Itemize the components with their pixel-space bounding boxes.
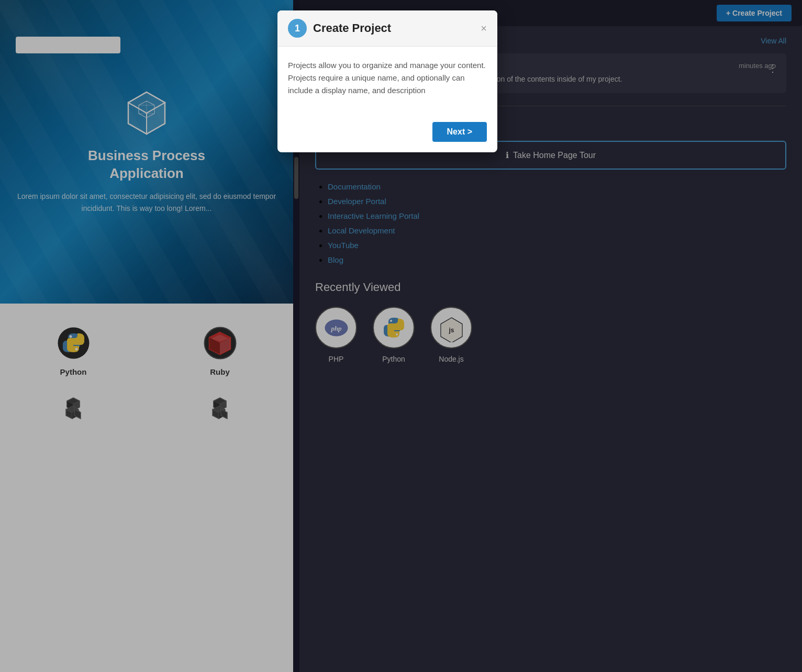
modal-overlay[interactable]: 1 Create Project × Projects allow you to…	[0, 0, 802, 672]
create-project-modal: 1 Create Project × Projects allow you to…	[277, 10, 497, 152]
modal-close-button[interactable]: ×	[481, 23, 487, 33]
modal-title: Create Project	[313, 21, 474, 35]
modal-description: Projects allow you to organize and manag…	[288, 59, 487, 97]
modal-body: Projects allow you to organize and manag…	[277, 47, 497, 122]
modal-header: 1 Create Project ×	[277, 10, 497, 47]
next-button[interactable]: Next >	[432, 122, 487, 142]
step-indicator: 1	[288, 19, 307, 38]
modal-footer: Next >	[277, 122, 497, 152]
